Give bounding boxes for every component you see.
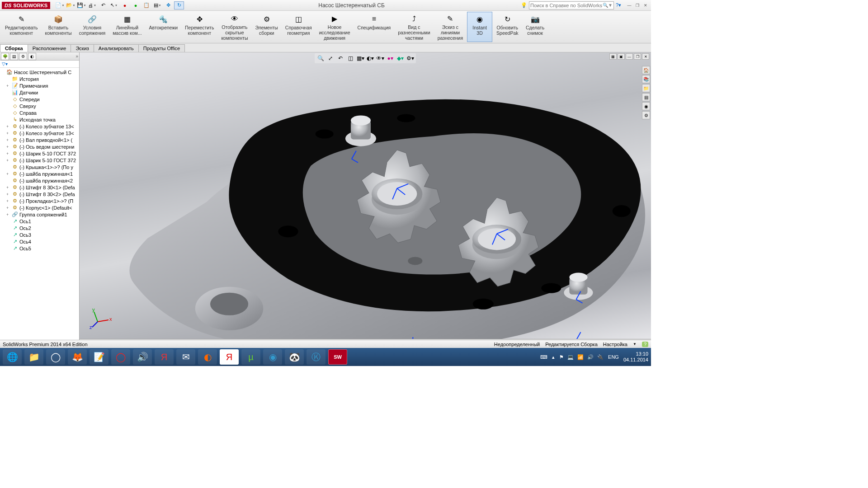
undo-button[interactable]: ↶ <box>98 1 108 9</box>
rotate-button[interactable]: ↻ <box>174 1 184 9</box>
taskbar-chrome[interactable]: ◯ <box>46 349 65 365</box>
ribbon-эскиз-с[interactable]: ✎Эскиз слиниямиразнесения <box>434 12 466 42</box>
ribbon-вид-с[interactable]: ⤴Вид сразнесеннымичастями <box>395 12 433 42</box>
save-button[interactable]: 💾▼ <box>76 1 86 9</box>
tree-node[interactable]: ⚙(-) Крышка<1>->? (По у <box>1 164 78 170</box>
ribbon-переместить[interactable]: ✥Переместитькомпонент <box>182 12 217 42</box>
tree-node[interactable]: ↗Ось1 <box>1 218 78 225</box>
tree-expander[interactable]: + <box>6 158 10 163</box>
command-tab-1[interactable]: Расположение <box>28 44 71 52</box>
tray-volume-icon[interactable]: 🔊 <box>587 354 594 360</box>
taskbar-utorrent[interactable]: µ <box>241 349 260 365</box>
close-button[interactable]: ✕ <box>642 2 649 9</box>
tree-expander[interactable]: + <box>6 84 10 88</box>
taskbar-app2[interactable]: ◉ <box>263 349 282 365</box>
ribbon-вставить[interactable]: 📦Вставитькомпоненты <box>42 12 75 42</box>
ribbon-условия[interactable]: 🔗Условиясопряжения <box>76 12 109 42</box>
fm-tab-tree[interactable]: 🌳 <box>1 53 9 60</box>
ribbon-справочная[interactable]: ◫Справочнаягеометрия <box>282 12 315 42</box>
taskbar-notes[interactable]: 📝 <box>90 349 108 365</box>
status-settings[interactable]: Настройка <box>603 342 627 347</box>
taskbar-explorer[interactable]: 📁 <box>24 349 43 365</box>
tree-node[interactable]: 🏠Насос Шестеренчатый С <box>1 69 78 75</box>
status-help-icon[interactable]: ? <box>642 342 648 347</box>
fm-tab-property[interactable]: ▤ <box>10 53 18 60</box>
search-input[interactable] <box>530 3 603 8</box>
minimize-button[interactable]: — <box>626 2 633 9</box>
tree-node[interactable]: ↗Ось2 <box>1 225 78 231</box>
taskbar-mail[interactable]: ✉ <box>176 349 195 365</box>
ribbon-сделать[interactable]: 📷Сделатьснимок <box>523 12 548 42</box>
lightbulb-icon[interactable]: 💡 <box>521 2 527 8</box>
tree-node[interactable]: ↳Исходная точка <box>1 116 78 123</box>
tray-flag-icon[interactable]: ⚑ <box>559 354 564 360</box>
tree-node[interactable]: +⚙(-) Корпус<1> (Default< <box>1 204 78 211</box>
status-dropdown-icon[interactable]: ▼ <box>633 342 637 346</box>
tree-expander[interactable]: + <box>6 212 10 217</box>
tree-node[interactable]: +⚙(-) Вал приводной<1> ( <box>1 136 78 143</box>
tree-expander[interactable]: + <box>6 131 10 136</box>
tray-power-icon[interactable]: 🔌 <box>597 354 604 360</box>
ribbon-редактировать[interactable]: ✎Редактироватькомпонент <box>2 12 41 42</box>
tree-node[interactable]: ◇Сверху <box>1 103 78 109</box>
tray-network-icon[interactable]: 💻 <box>567 354 574 360</box>
taskbar-opera[interactable]: ◯ <box>111 349 130 365</box>
tree-node[interactable]: ◇Спереди <box>1 96 78 103</box>
fm-tab-config[interactable]: ⚙ <box>19 53 27 60</box>
tree-node[interactable]: ↗Ось5 <box>1 245 78 252</box>
ribbon-instant[interactable]: ◉Instant3D <box>467 12 492 42</box>
tree-node[interactable]: +⚙(-) Колесо зубчатое 13< <box>1 130 78 136</box>
tree-node[interactable]: +⚙(-) Прокладка<1>->? (П <box>1 197 78 204</box>
tree-node[interactable]: 📊Датчики <box>1 89 78 96</box>
ribbon-отобразить[interactable]: 👁Отобразитьскрытыекомпоненты <box>218 12 251 42</box>
taskbar-yandex[interactable]: Я <box>155 349 174 365</box>
tree-expander[interactable]: + <box>6 124 10 129</box>
open-file-button[interactable]: 📂▼ <box>66 1 75 9</box>
taskbar-kompas[interactable]: Ⓚ <box>307 349 326 365</box>
tree-node[interactable]: +⚙(-) Штифт 8 30<2> (Defa <box>1 191 78 197</box>
print-button[interactable]: 🖨▼ <box>87 1 97 9</box>
ribbon-спецификация[interactable]: ≡Спецификация <box>354 12 394 42</box>
new-file-button[interactable]: 📄▼ <box>55 1 65 9</box>
tree-node[interactable]: ◇Справа <box>1 109 78 116</box>
command-tab-2[interactable]: Эскиз <box>71 44 94 52</box>
command-tab-4[interactable]: Продукты Office <box>138 44 185 52</box>
rebuild-red-button[interactable]: ● <box>120 1 130 9</box>
tree-node[interactable]: +📝Примечания <box>1 82 78 89</box>
tree-expander[interactable]: + <box>6 199 10 203</box>
tree-expander[interactable]: + <box>6 192 10 197</box>
options-button[interactable]: 📋 <box>142 1 151 9</box>
rebuild-green-button[interactable]: ● <box>131 1 141 9</box>
tray-keyboard-icon[interactable]: ⌨ <box>540 354 547 360</box>
taskbar-app1[interactable]: ◐ <box>198 349 217 365</box>
doc-button[interactable]: ▤▼ <box>152 1 162 9</box>
taskbar-firefox[interactable]: 🦊 <box>68 349 87 365</box>
taskbar-panda[interactable]: 🐼 <box>285 349 304 365</box>
taskbar-solidworks[interactable]: SW <box>328 349 347 365</box>
tree-node[interactable]: 📁История <box>1 75 78 82</box>
tree-node[interactable]: +🔗Группа сопряжений1 <box>1 211 78 218</box>
fm-tab-display[interactable]: ◐ <box>28 53 36 60</box>
tray-clock[interactable]: 13:10 04.11.2014 <box>623 351 648 363</box>
command-tab-0[interactable]: Сборка <box>0 44 28 52</box>
tree-expander[interactable]: + <box>6 206 10 210</box>
ribbon-автокрепежи[interactable]: 🔩Автокрепежи <box>146 12 181 42</box>
ribbon-элементы[interactable]: ⚙Элементысборки <box>252 12 281 42</box>
tree-node[interactable]: ↗Ось4 <box>1 238 78 245</box>
fm-expand-button[interactable]: » <box>75 54 78 59</box>
feature-tree[interactable]: 🏠Насос Шестеренчатый С📁История+📝Примечан… <box>0 68 79 342</box>
tray-language[interactable]: ENG <box>608 354 619 360</box>
tree-node[interactable]: +⚙(-) Ось ведом шестерни <box>1 143 78 150</box>
tree-node[interactable]: ⚙(-) шайба пружинная<2 <box>1 177 78 184</box>
tree-node[interactable]: ↗Ось3 <box>1 231 78 238</box>
filter-icon[interactable]: ▽▾ <box>2 61 8 66</box>
ribbon-линейный[interactable]: ▦Линейныймассив ком... <box>109 12 145 42</box>
move-button[interactable]: ✥ <box>163 1 173 9</box>
orientation-triad[interactable]: x y z <box>90 307 112 330</box>
tree-node[interactable]: +⚙(-) Колесо зубчатое 13< <box>1 123 78 130</box>
taskbar-yandex2[interactable]: Я <box>220 349 239 365</box>
tree-node[interactable]: +⚙(-) Шарик 5-10 ГОСТ 372 <box>1 150 78 157</box>
ribbon-новое[interactable]: ▶Новоеисследованиедвижения <box>316 12 354 42</box>
tree-node[interactable]: +⚙(-) Шарик 5-10 ГОСТ 372 <box>1 157 78 164</box>
tray-chevron-icon[interactable]: ▴ <box>552 354 555 360</box>
